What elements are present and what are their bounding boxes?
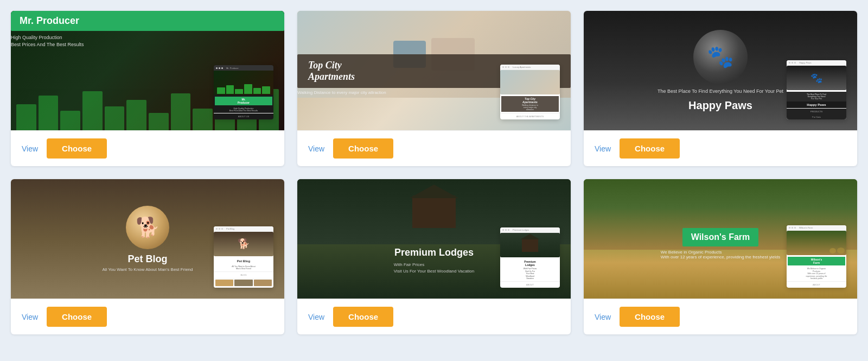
card-preview-lodges: Premium Lodges With Fair Prices Visit Us…	[297, 179, 571, 299]
farm-tagline: We Believe in Organic Products With over…	[661, 250, 781, 259]
lodges-choose-button[interactable]: Choose	[333, 307, 393, 327]
farm-main-title: Wilson's Farm	[691, 232, 750, 242]
template-card-wilsons-farm: Wilson's Farm We Believe in Organic Prod…	[584, 179, 857, 334]
farm-overlay-preview: Wilson's Farm Wilson'sFarm We Believe in…	[787, 225, 846, 288]
template-card-pet-blog: 🐕 Pet Blog All You Want To Know About Ma…	[11, 179, 284, 334]
lodges-overlay-preview: Premium Lodges PremiumLodges With Fair P…	[500, 227, 560, 288]
producer-choose-button[interactable]: Choose	[47, 138, 107, 159]
card-preview-mr-producer: Mr. Producer High Quality Production Bes…	[11, 11, 284, 130]
lodges-tagline: With Fair Prices Visit Us For Your Best …	[394, 262, 475, 274]
farm-choose-button[interactable]: Choose	[620, 307, 680, 327]
lodges-card-actions: View Choose	[297, 299, 571, 334]
producer-card-actions: View Choose	[11, 130, 284, 166]
producer-overlay-preview: Mr. Producer Mr.Producer High Quality	[214, 65, 273, 119]
template-card-luxury-apartments: Top CityApartments Walking Distance to e…	[297, 11, 571, 166]
petblog-view-button[interactable]: View	[22, 313, 38, 321]
hp-overlay-preview: Happy Paws 🐾 The Best Place To FindEvery…	[787, 60, 846, 119]
producer-title-box: Mr. Producer	[11, 11, 284, 31]
card-preview-farm: Wilson's Farm We Believe in Organic Prod…	[584, 179, 857, 299]
farm-card-actions: View Choose	[584, 299, 857, 334]
card-preview-happypaws: 🐾 The Best Place To Find Everything You …	[584, 11, 857, 130]
pb-subtitle: All You Want To Know About Man's Best Fr…	[103, 267, 193, 272]
farm-title-box: Wilson's Farm	[682, 228, 759, 246]
template-card-premium-lodges: Premium Lodges With Fair Prices Visit Us…	[297, 179, 571, 334]
farm-view-button[interactable]: View	[595, 313, 611, 321]
lodges-view-button[interactable]: View	[308, 313, 324, 321]
producer-subtitle: High Quality Production Best Prices And …	[11, 34, 284, 48]
happypaws-card-actions: View Choose	[584, 130, 857, 166]
apartments-choose-button[interactable]: Choose	[333, 138, 393, 159]
card-preview-petblog: 🐕 Pet Blog All You Want To Know About Ma…	[11, 179, 284, 299]
apartments-card-actions: View Choose	[297, 130, 571, 166]
pb-main-title: Pet Blog	[127, 254, 167, 265]
card-preview-apartments: Top CityApartments Walking Distance to e…	[297, 11, 571, 130]
happypaws-choose-button[interactable]: Choose	[620, 138, 680, 159]
apt-overlay-preview: Luxury Apartments Top CityApartments Wal…	[500, 65, 560, 119]
producer-view-button[interactable]: View	[22, 144, 38, 153]
apartments-view-button[interactable]: View	[308, 144, 324, 153]
hp-sub-text: The Best Place To Find Everything You Ne…	[658, 88, 783, 94]
template-grid: Mr. Producer High Quality Production Bes…	[11, 11, 857, 334]
hp-main-title: Happy Paws	[688, 99, 752, 112]
pb-overlay-preview: Pet Blog 🐕 Pet Blog All You Want to Know…	[214, 226, 273, 288]
petblog-choose-button[interactable]: Choose	[47, 307, 107, 327]
pb-dog-image: 🐕	[126, 206, 169, 249]
petblog-card-actions: View Choose	[11, 299, 284, 334]
happypaws-view-button[interactable]: View	[595, 144, 611, 153]
template-card-happy-paws: 🐾 The Best Place To Find Everything You …	[584, 11, 857, 166]
producer-main-title: Mr. Producer	[20, 15, 276, 27]
template-card-mr-producer: Mr. Producer High Quality Production Bes…	[11, 11, 284, 166]
lodges-main-title: Premium Lodges	[394, 247, 474, 258]
